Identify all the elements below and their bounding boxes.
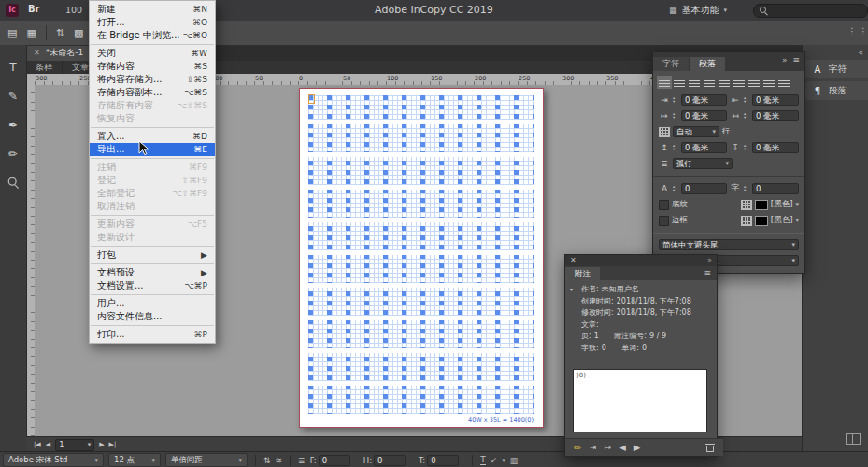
- first-line-indent-field[interactable]: 0 毫米: [681, 110, 727, 121]
- view-tab-1[interactable]: 条样: [26, 61, 63, 74]
- previous-note-icon[interactable]: ◀: [619, 443, 626, 452]
- eyedropper-tool[interactable]: ✒: [5, 118, 21, 133]
- underline-icon[interactable]: T: [480, 456, 486, 465]
- stepper-icon[interactable]: ▴▾: [744, 112, 749, 120]
- tab-character[interactable]: 字符: [653, 57, 689, 71]
- expand-note-icon[interactable]: ↦: [605, 443, 611, 452]
- document-pages-icon[interactable]: ▤: [7, 27, 17, 39]
- go-to-note-anchor-icon[interactable]: ⇥: [590, 443, 596, 452]
- previous-page-button[interactable]: ◀: [46, 441, 50, 448]
- status-field-value[interactable]: 0: [374, 455, 406, 466]
- stepper-icon[interactable]: ▴▾: [673, 112, 678, 120]
- stepper-icon[interactable]: ▴▾: [744, 185, 749, 192]
- delete-note-icon[interactable]: [706, 443, 714, 452]
- space-after-field[interactable]: 0 毫米: [752, 142, 799, 153]
- menu-item-place[interactable]: 置入...⌘D: [90, 130, 215, 143]
- stepper-icon[interactable]: ▴▾: [744, 144, 749, 151]
- status-field-value[interactable]: 0: [427, 455, 459, 466]
- menu-item-open[interactable]: 打开...⌘O: [90, 16, 215, 29]
- leading-select[interactable]: 单倍间距 ▾: [165, 453, 248, 467]
- note-text-editor[interactable]: )0): [573, 369, 707, 432]
- menu-item-close[interactable]: 关闭⌘W: [90, 47, 215, 60]
- justify-last-center-icon[interactable]: [719, 78, 730, 87]
- bridge-button[interactable]: Br: [28, 4, 40, 14]
- left-indent-field[interactable]: 0 毫米: [681, 94, 727, 106]
- story-editor-icon[interactable]: ▥: [510, 456, 519, 465]
- stepper-icon[interactable]: ▴▾: [673, 144, 678, 151]
- justify-last-right-icon[interactable]: [733, 78, 745, 87]
- pencil-tool[interactable]: ✏: [5, 147, 21, 162]
- type-tool[interactable]: T: [5, 60, 21, 75]
- manuscript-grid[interactable]: [308, 95, 534, 414]
- next-note-icon[interactable]: ▶: [634, 443, 641, 452]
- workspace-switcher[interactable]: ▦ 基本功能 ▾: [669, 4, 727, 17]
- notes-title-bar[interactable]: ✕ »: [565, 255, 717, 266]
- font-family-select[interactable]: Adobe 宋体 Std ▾: [3, 453, 104, 467]
- collapse-panel-icon[interactable]: »: [707, 256, 712, 264]
- first-page-button[interactable]: |◀: [34, 441, 41, 448]
- last-page-button[interactable]: ▶|: [109, 441, 117, 448]
- expand-panels-icon[interactable]: «: [858, 48, 863, 57]
- font-size-select[interactable]: 12 点 ▾: [108, 453, 161, 467]
- align-to-spine-icon[interactable]: [763, 78, 775, 87]
- track-changes-icon[interactable]: ≣: [298, 456, 306, 465]
- tab-notes[interactable]: 附注: [565, 267, 600, 280]
- zoom-tool[interactable]: [5, 176, 21, 191]
- panel-menu-icon[interactable]: ≡: [792, 55, 800, 64]
- baseline-shift-icon[interactable]: ⇅: [263, 456, 271, 465]
- tab-paragraph[interactable]: 段落: [690, 57, 725, 71]
- justify-last-left-icon[interactable]: [704, 78, 715, 87]
- close-tab-icon[interactable]: ✕: [34, 49, 40, 57]
- align-away-spine-icon[interactable]: [778, 78, 790, 87]
- new-note-icon[interactable]: ✏: [574, 443, 581, 453]
- menu-item-package[interactable]: 打包▶: [90, 248, 215, 262]
- space-before-field[interactable]: 0 毫米: [681, 142, 727, 153]
- grid-line-count-select[interactable]: 自动 ▾: [673, 126, 719, 137]
- stepper-icon[interactable]: ▴▾: [744, 96, 749, 104]
- shading-checkbox[interactable]: [659, 200, 669, 210]
- collapse-panel-icon[interactable]: »: [782, 55, 788, 64]
- search-input[interactable]: [753, 4, 868, 18]
- drop-cap-lines-field[interactable]: 0: [681, 183, 727, 194]
- note-tool[interactable]: ✎: [5, 89, 21, 104]
- menu-item-save-content-as[interactable]: 将内容存储为...⇧⌘S: [90, 73, 215, 86]
- dock-panel-paragraph[interactable]: ¶段落: [805, 81, 868, 100]
- shading-color-swatch[interactable]: [755, 200, 768, 210]
- menu-item-save-content[interactable]: 存储内容⌘S: [90, 60, 215, 73]
- justify-all-icon[interactable]: [748, 78, 760, 87]
- drop-cap-chars-field[interactable]: 0: [752, 183, 799, 194]
- document-page[interactable]: 40W x 35L = 1400(0): [299, 88, 544, 428]
- split-view-icon[interactable]: [846, 433, 861, 445]
- menu-item-content-file-info[interactable]: 内容文件信息...: [90, 310, 215, 323]
- border-checkbox[interactable]: [659, 216, 669, 226]
- status-field-value[interactable]: 0: [319, 455, 350, 466]
- align-center-icon[interactable]: [674, 78, 685, 87]
- collapse-triangle-icon[interactable]: ▾: [570, 284, 573, 296]
- right-indent-field[interactable]: 0 毫米: [752, 94, 799, 106]
- menu-item-document-setup[interactable]: 文档设置...⌥⌘P: [90, 279, 215, 292]
- menu-item-document-presets[interactable]: 文档预设▶: [90, 266, 215, 279]
- kinsoku-icon[interactable]: ≋: [276, 456, 283, 465]
- dock-panel-character[interactable]: A字符: [805, 60, 868, 78]
- align-right-icon[interactable]: [689, 78, 700, 87]
- close-icon[interactable]: ✕: [570, 256, 576, 264]
- menu-item-new[interactable]: 新建⌘N: [90, 3, 215, 16]
- view-options-icon[interactable]: ▩: [74, 27, 83, 39]
- panel-dots-icon[interactable]: ⋮⋮: [847, 26, 868, 36]
- panel-menu-icon[interactable]: ≡: [704, 268, 711, 277]
- stepper-icon[interactable]: ▴▾: [673, 96, 678, 104]
- menu-item-save-content-copy[interactable]: 存储内容副本...⌥⌘S: [90, 86, 215, 99]
- frame-grid-icon[interactable]: ▦: [26, 27, 36, 39]
- border-color-swatch[interactable]: [755, 216, 768, 226]
- spellcheck-icon[interactable]: ✓: [491, 456, 498, 465]
- stepper-icon[interactable]: ▴▾: [673, 185, 678, 192]
- align-left-icon[interactable]: [659, 78, 670, 87]
- menu-item-export[interactable]: 导出...⌘E: [90, 143, 215, 156]
- zoom-level-control[interactable]: 100: [65, 5, 82, 15]
- page-number-field[interactable]: 1 ▾: [55, 439, 94, 451]
- orphan-control-select[interactable]: 孤行 ▾: [673, 158, 733, 169]
- menu-item-print[interactable]: 打印...⌘P: [90, 328, 215, 341]
- last-line-indent-field[interactable]: 0 毫米: [752, 110, 799, 121]
- next-page-button[interactable]: ▶: [99, 441, 104, 448]
- menu-item-user[interactable]: 用户...: [90, 297, 215, 310]
